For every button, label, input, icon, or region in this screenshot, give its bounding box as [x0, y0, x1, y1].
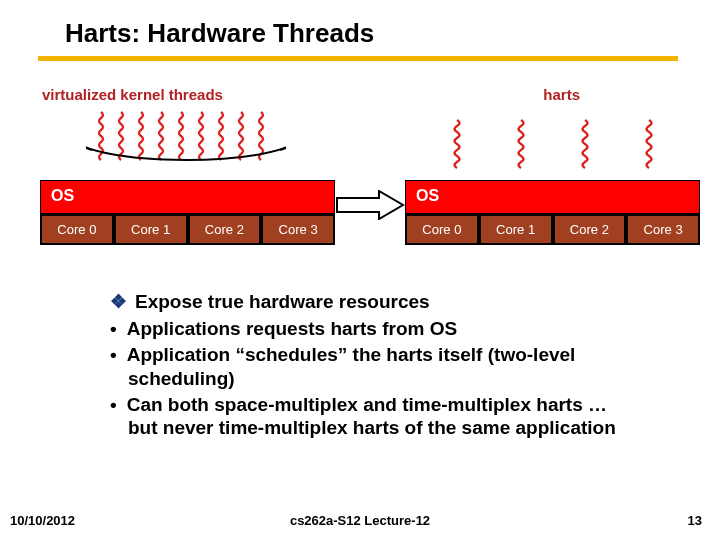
lead-bullet-text: Expose true hardware resources: [135, 291, 430, 312]
footer-date: 10/10/2012: [10, 513, 75, 528]
left-diagram: OS Core 0 Core 1 Core 2 Core 3: [40, 108, 335, 245]
core-cell: Core 1: [480, 215, 552, 244]
diamond-bullet-icon: ❖: [110, 291, 127, 312]
core-cell: Core 3: [262, 215, 334, 244]
left-springs: [40, 108, 335, 180]
spring-icon: [641, 118, 657, 174]
sub-bullet-list: Applications requests harts from OS Appl…: [110, 317, 640, 439]
core-cell: Core 3: [627, 215, 699, 244]
footer-page: 13: [688, 513, 702, 528]
sub-bullet: Applications requests harts from OS: [110, 317, 640, 340]
spring-icon: [73, 108, 303, 170]
spring-icon: [577, 118, 593, 174]
sub-bullet: Application “schedules” the harts itself…: [110, 343, 640, 389]
spring-icon: [449, 118, 465, 174]
sub-bullet: Can both space-multiplex and time-multip…: [110, 393, 640, 439]
os-band-left: OS: [40, 180, 335, 214]
slide-title: Harts: Hardware Threads: [65, 18, 374, 49]
bullet-block: ❖Expose true hardware resources Applicat…: [110, 290, 640, 442]
left-subhead: virtualized kernel threads: [42, 86, 223, 103]
os-label: OS: [51, 187, 74, 204]
right-springs: [405, 108, 700, 180]
core-cell: Core 0: [406, 215, 478, 244]
right-subhead: harts: [543, 86, 580, 103]
right-diagram: OS Core 0 Core 1 Core 2 Core 3: [405, 108, 700, 245]
os-label: OS: [416, 187, 439, 204]
core-cell: Core 1: [115, 215, 187, 244]
core-cell: Core 2: [189, 215, 261, 244]
core-cell: Core 2: [554, 215, 626, 244]
cores-row-left: Core 0 Core 1 Core 2 Core 3: [40, 214, 335, 245]
os-band-right: OS: [405, 180, 700, 214]
core-cell: Core 0: [41, 215, 113, 244]
spring-icon: [513, 118, 529, 174]
cores-row-right: Core 0 Core 1 Core 2 Core 3: [405, 214, 700, 245]
title-underline: [38, 56, 678, 61]
lead-bullet: ❖Expose true hardware resources: [110, 290, 640, 313]
arrow-right-icon: [335, 190, 405, 220]
footer-center: cs262a-S12 Lecture-12: [290, 513, 430, 528]
